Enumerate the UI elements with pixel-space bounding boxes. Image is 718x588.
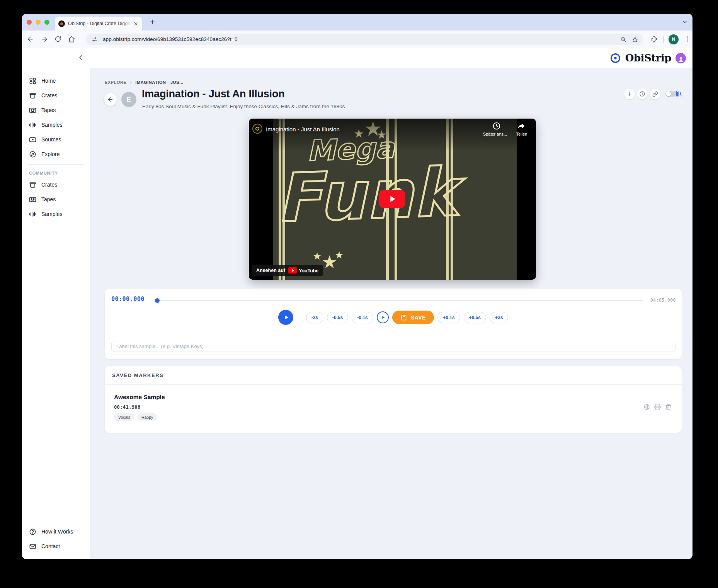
watch-later-label[interactable]: Später ans... (479, 132, 511, 136)
library-bars-icon[interactable] (675, 90, 682, 97)
youtube-logo: YouTube (288, 267, 318, 274)
video-source-icon (29, 136, 36, 143)
saved-markers-card: SAVED MARKERS Awesome Sample 00:41.908 V… (105, 366, 682, 433)
browser-window: ObiStrip - Digital Crate Digge app.obist… (22, 14, 692, 559)
minimize-window-button[interactable] (36, 20, 41, 25)
watch-on-youtube-link[interactable]: Ansehen auf YouTube (252, 265, 323, 276)
obistrip-logo-text: ObiStrip (625, 52, 671, 64)
sidebar: Home Crates Tapes Samples Sources Explor… (22, 68, 90, 559)
trash-icon[interactable] (665, 404, 672, 410)
sidebar-item-contact[interactable]: Contact (22, 539, 90, 554)
extensions-icon[interactable] (650, 36, 657, 42)
browser-menu-icon[interactable] (684, 36, 691, 42)
sidebar-item-community-crates[interactable]: Crates (22, 177, 90, 192)
user-avatar[interactable] (675, 53, 686, 63)
site-permissions-icon[interactable] (92, 36, 98, 42)
marker-tags: Vocals Happy (114, 413, 157, 421)
gear-icon[interactable] (654, 404, 661, 410)
mail-icon (29, 543, 36, 550)
channel-avatar[interactable] (252, 124, 262, 134)
tag-badge: Vocals (114, 413, 134, 421)
video-overlay-title[interactable]: Imagination - Just An Illusion (266, 126, 340, 133)
marker-name: Awesome Sample (114, 394, 165, 401)
sidebar-item-explore[interactable]: Explore (22, 147, 90, 161)
watch-later-clock-icon[interactable] (492, 122, 501, 130)
sample-label-input[interactable] (111, 341, 675, 352)
waveform-icon (29, 121, 36, 129)
sidebar-item-community-tapes[interactable]: Tapes (22, 192, 90, 207)
info-button[interactable] (637, 88, 648, 99)
url-text[interactable]: app.obistrip.com/video/69b139531c592ec82… (103, 36, 238, 42)
home-grid-icon (29, 77, 36, 85)
cassette-icon (29, 196, 36, 203)
save-button[interactable]: SAVE (392, 311, 434, 324)
breadcrumb-current: IMAGINATION - JUS... (135, 80, 183, 85)
url-bar[interactable]: app.obistrip.com/video/69b139531c592ec82… (86, 34, 643, 45)
cassette-icon (29, 107, 36, 114)
close-window-button[interactable] (27, 20, 32, 25)
sidebar-item-samples[interactable]: Samples (22, 117, 90, 132)
sidebar-divider (27, 164, 85, 165)
star-icon: ★ (335, 250, 344, 260)
browser-profile-avatar[interactable]: N (669, 34, 679, 44)
seek-back-01s-button[interactable]: -0.1s (352, 312, 373, 323)
globe-icon[interactable] (643, 404, 650, 410)
tab-close-icon[interactable] (133, 21, 139, 27)
toggle-knob[interactable] (666, 91, 671, 96)
zoom-out-icon[interactable] (620, 36, 626, 42)
reload-icon[interactable] (54, 36, 61, 42)
bookmark-star-icon[interactable] (632, 36, 638, 43)
duration: 04:05.000 (650, 297, 676, 303)
main-content: EXPLORE › IMAGINATION - JUS... E Imagina… (90, 68, 692, 559)
crate-icon (29, 181, 36, 189)
seek-back-2s-button[interactable]: -2s (306, 312, 323, 323)
current-time: 00:00.000 (111, 296, 145, 302)
tab-search-chevron-icon[interactable] (682, 19, 688, 25)
page-subtitle: Early 80s Soul Music & Funk Playlist. En… (142, 104, 345, 109)
breadcrumb-explore-link[interactable]: EXPLORE (105, 80, 126, 85)
transport-controls: -2s -0.5s -0.1s SAVE +0.1s +0.5s +2s (105, 310, 682, 325)
sidebar-item-community-samples[interactable]: Samples (22, 207, 90, 221)
sidebar-item-sources[interactable]: Sources (22, 132, 90, 147)
youtube-logo-icon (288, 267, 297, 274)
saved-markers-title: SAVED MARKERS (112, 372, 163, 378)
new-tab-button[interactable] (149, 19, 156, 25)
tag-badge: Happy (137, 413, 157, 421)
seek-fwd-01s-button[interactable]: +0.1s (437, 312, 460, 323)
sidebar-item-tapes[interactable]: Tapes (22, 103, 90, 117)
back-button[interactable] (104, 93, 117, 106)
youtube-logo-text: YouTube (299, 268, 318, 274)
seek-fwd-2s-button[interactable]: +2s (490, 312, 508, 323)
sidebar-item-how-it-works[interactable]: How it Works (22, 524, 90, 539)
star-icon: ★ (313, 251, 322, 261)
share-label[interactable]: Teilen (510, 132, 533, 136)
breadcrumb-separator-icon: › (130, 79, 132, 85)
tab-title: ObiStrip - Digital Crate Digge (68, 21, 133, 26)
browser-tab[interactable]: ObiStrip - Digital Crate Digge (55, 17, 142, 31)
youtube-play-button[interactable] (379, 190, 405, 208)
page-title: Imagination - Just An Illusion (142, 88, 285, 100)
seek-back-05s-button[interactable]: -0.5s (327, 312, 348, 323)
sidebar-collapse-icon[interactable] (77, 53, 85, 62)
youtube-player[interactable]: ★ ★ ★ Mega Funk ★ ★ ★ Imagination - Just… (249, 119, 536, 280)
share-arrow-icon[interactable] (517, 122, 526, 130)
maximize-window-button[interactable] (44, 20, 49, 25)
seek-fwd-05s-button[interactable]: +0.5s (464, 312, 486, 323)
play-button[interactable] (278, 310, 293, 325)
preview-play-button[interactable] (377, 311, 389, 323)
seek-slider-thumb[interactable] (155, 298, 160, 303)
breadcrumb: EXPLORE › IMAGINATION - JUS... (105, 79, 184, 85)
waveform-icon (29, 211, 36, 218)
copy-link-button[interactable] (650, 88, 660, 99)
forward-icon[interactable] (41, 36, 48, 43)
back-icon[interactable] (27, 36, 34, 43)
sidebar-item-crates[interactable]: Crates (22, 88, 90, 103)
toolbar-divider (663, 36, 664, 43)
seek-slider[interactable] (156, 300, 643, 301)
compass-icon (29, 151, 36, 158)
marker-time: 00:41.908 (114, 404, 141, 410)
add-button[interactable] (624, 88, 635, 99)
bookmark-icon (400, 314, 407, 321)
sidebar-item-home[interactable]: Home (22, 73, 90, 88)
home-icon[interactable] (68, 36, 75, 43)
